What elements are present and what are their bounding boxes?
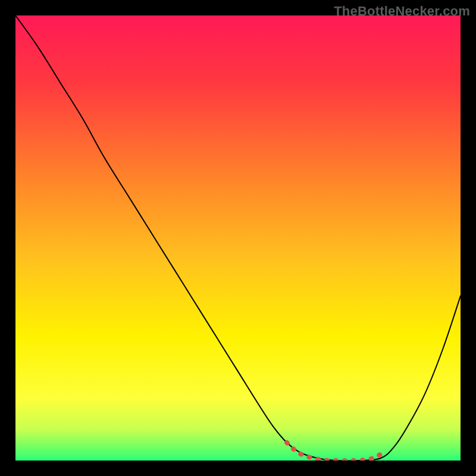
chart-svg (15, 15, 461, 461)
heatmap-background (15, 15, 461, 461)
chart-plot-area (15, 15, 461, 461)
chart-frame: TheBottleNecker.com (0, 0, 476, 476)
